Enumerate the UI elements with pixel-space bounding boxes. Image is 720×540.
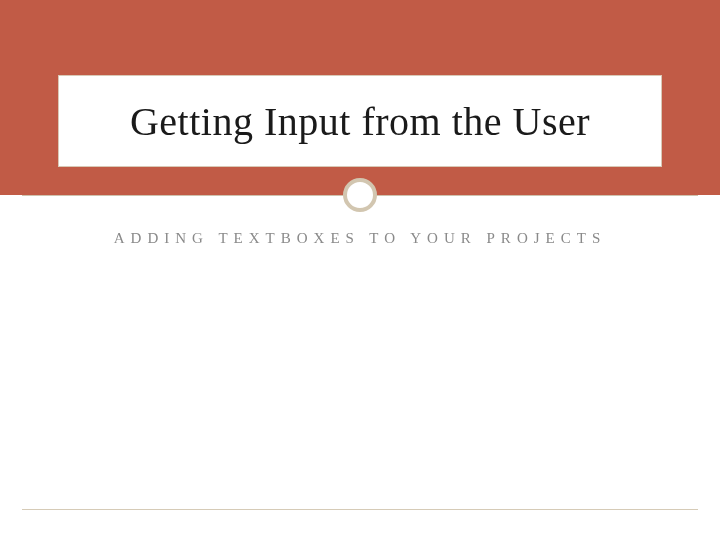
slide-subtitle: ADDING TEXTBOXES TO YOUR PROJECTS xyxy=(0,230,720,247)
title-container: Getting Input from the User xyxy=(58,75,662,167)
footer-line xyxy=(22,509,698,510)
slide-title: Getting Input from the User xyxy=(130,98,590,145)
slide: Getting Input from the User ADDING TEXTB… xyxy=(0,0,720,540)
ring-icon xyxy=(343,178,377,212)
